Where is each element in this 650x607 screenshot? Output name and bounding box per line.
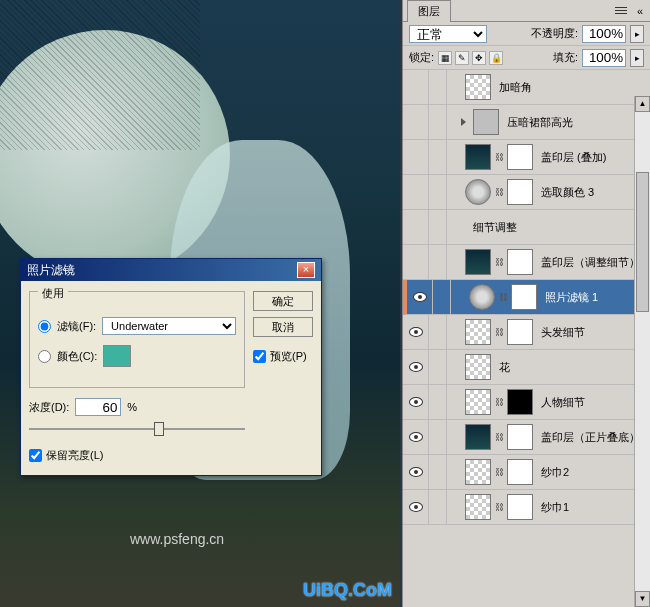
preview-checkbox[interactable]: [253, 350, 266, 363]
layer-name[interactable]: 选取颜色 3: [537, 185, 646, 200]
opacity-input[interactable]: [582, 25, 626, 43]
layer-thumbnail[interactable]: [465, 354, 491, 380]
color-radio[interactable]: [38, 350, 51, 363]
panel-menu-icon[interactable]: [613, 4, 629, 18]
layer-row[interactable]: ⛓照片滤镜 1: [403, 280, 650, 315]
filter-select[interactable]: Underwater: [102, 317, 236, 335]
layer-name[interactable]: 盖印层（正片叠底）: [537, 430, 646, 445]
link-column[interactable]: [429, 420, 447, 454]
layer-row[interactable]: ⛓纱巾2: [403, 455, 650, 490]
layer-name[interactable]: 纱巾1: [537, 500, 646, 515]
layer-row[interactable]: ⛓盖印层（正片叠底）: [403, 420, 650, 455]
mask-thumbnail[interactable]: [507, 249, 533, 275]
dialog-titlebar[interactable]: 照片滤镜 ×: [21, 259, 321, 281]
visibility-toggle[interactable]: [403, 210, 429, 244]
link-column[interactable]: [429, 105, 447, 139]
mask-thumbnail[interactable]: [507, 179, 533, 205]
slider-thumb[interactable]: [154, 422, 164, 436]
visibility-toggle[interactable]: [407, 280, 433, 314]
layer-thumbnail[interactable]: [465, 74, 491, 100]
link-column[interactable]: [429, 245, 447, 279]
layer-name[interactable]: 细节调整: [469, 220, 646, 235]
link-mask-icon[interactable]: ⛓: [494, 467, 504, 477]
layer-thumbnail[interactable]: [465, 389, 491, 415]
link-mask-icon[interactable]: ⛓: [494, 187, 504, 197]
color-swatch[interactable]: [103, 345, 131, 367]
link-mask-icon[interactable]: ⛓: [494, 152, 504, 162]
visibility-toggle[interactable]: [403, 455, 429, 489]
layer-row[interactable]: 花: [403, 350, 650, 385]
density-slider[interactable]: [29, 420, 245, 438]
cancel-button[interactable]: 取消: [253, 317, 313, 337]
layer-row[interactable]: ⛓盖印层 (叠加): [403, 140, 650, 175]
mask-thumbnail[interactable]: [507, 494, 533, 520]
layers-scrollbar[interactable]: ▲ ▼: [634, 96, 650, 607]
visibility-toggle[interactable]: [403, 385, 429, 419]
layer-name[interactable]: 照片滤镜 1: [541, 290, 646, 305]
layer-name[interactable]: 纱巾2: [537, 465, 646, 480]
mask-thumbnail[interactable]: [507, 389, 533, 415]
visibility-toggle[interactable]: [403, 245, 429, 279]
visibility-toggle[interactable]: [403, 70, 429, 104]
scrollbar-thumb[interactable]: [636, 172, 649, 312]
density-input[interactable]: [75, 398, 121, 416]
layer-thumbnail[interactable]: [465, 494, 491, 520]
tab-layers[interactable]: 图层: [407, 0, 451, 22]
ok-button[interactable]: 确定: [253, 291, 313, 311]
mask-thumbnail[interactable]: [511, 284, 537, 310]
adjustment-icon[interactable]: [465, 179, 491, 205]
fill-flyout-icon[interactable]: ▸: [630, 49, 644, 67]
link-column[interactable]: [433, 280, 451, 314]
link-column[interactable]: [429, 175, 447, 209]
layer-name[interactable]: 人物细节: [537, 395, 646, 410]
expand-triangle-icon[interactable]: [461, 118, 466, 126]
layer-name[interactable]: 头发细节: [537, 325, 646, 340]
layer-name[interactable]: 盖印层（调整细节）: [537, 255, 646, 270]
link-mask-icon[interactable]: ⛓: [494, 502, 504, 512]
layer-thumbnail[interactable]: [465, 319, 491, 345]
link-mask-icon[interactable]: ⛓: [494, 327, 504, 337]
visibility-toggle[interactable]: [403, 175, 429, 209]
link-mask-icon[interactable]: ⛓: [494, 257, 504, 267]
folder-icon[interactable]: [473, 109, 499, 135]
layer-row[interactable]: 加暗角: [403, 70, 650, 105]
link-mask-icon[interactable]: ⛓: [494, 397, 504, 407]
lock-paint-icon[interactable]: ✎: [455, 51, 469, 65]
link-column[interactable]: [429, 490, 447, 524]
mask-thumbnail[interactable]: [507, 319, 533, 345]
layer-row[interactable]: ⛓选取颜色 3: [403, 175, 650, 210]
mask-thumbnail[interactable]: [507, 459, 533, 485]
opacity-flyout-icon[interactable]: ▸: [630, 25, 644, 43]
visibility-toggle[interactable]: [403, 420, 429, 454]
layer-thumbnail[interactable]: [465, 144, 491, 170]
layer-name[interactable]: 压暗裙部高光: [503, 115, 646, 130]
preserve-luminosity-checkbox[interactable]: [29, 449, 42, 462]
link-column[interactable]: [429, 140, 447, 174]
layer-name[interactable]: 加暗角: [495, 80, 646, 95]
visibility-toggle[interactable]: [403, 350, 429, 384]
visibility-toggle[interactable]: [403, 490, 429, 524]
layer-row[interactable]: ⛓人物细节: [403, 385, 650, 420]
lock-position-icon[interactable]: ✥: [472, 51, 486, 65]
layer-row[interactable]: 压暗裙部高光: [403, 105, 650, 140]
mask-thumbnail[interactable]: [507, 424, 533, 450]
filter-radio[interactable]: [38, 320, 51, 333]
layer-name[interactable]: 盖印层 (叠加): [537, 150, 646, 165]
link-column[interactable]: [429, 455, 447, 489]
visibility-toggle[interactable]: [403, 140, 429, 174]
mask-thumbnail[interactable]: [507, 144, 533, 170]
layer-name[interactable]: 花: [495, 360, 646, 375]
layer-thumbnail[interactable]: [465, 424, 491, 450]
layer-row[interactable]: ⛓盖印层（调整细节）: [403, 245, 650, 280]
link-column[interactable]: [429, 70, 447, 104]
lock-all-icon[interactable]: 🔒: [489, 51, 503, 65]
link-column[interactable]: [429, 350, 447, 384]
link-column[interactable]: [429, 315, 447, 349]
visibility-toggle[interactable]: [403, 105, 429, 139]
layer-row[interactable]: 细节调整: [403, 210, 650, 245]
layer-row[interactable]: ⛓头发细节: [403, 315, 650, 350]
visibility-toggle[interactable]: [403, 315, 429, 349]
lock-transparency-icon[interactable]: ▦: [438, 51, 452, 65]
scroll-up-icon[interactable]: ▲: [635, 96, 650, 112]
blend-mode-select[interactable]: 正常: [409, 25, 487, 43]
